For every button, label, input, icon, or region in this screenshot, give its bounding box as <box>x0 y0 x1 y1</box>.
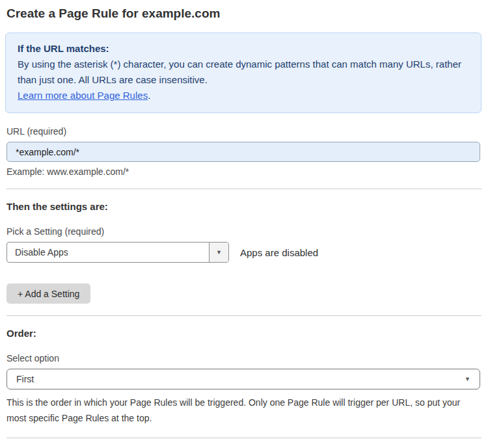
url-match-info-box: If the URL matches: By using the asteris… <box>5 33 481 113</box>
order-helper-text: This is the order in which your Page Rul… <box>7 395 475 426</box>
divider <box>7 189 481 189</box>
setting-picker-label: Pick a Setting (required) <box>7 226 481 237</box>
page-title: Create a Page Rule for example.com <box>7 7 481 21</box>
url-input[interactable] <box>7 142 480 162</box>
setting-status-text: Apps are disabled <box>240 247 318 258</box>
divider <box>7 315 481 316</box>
setting-select-value[interactable]: Disable Apps <box>7 243 209 262</box>
link-suffix: . <box>148 90 150 101</box>
setting-select[interactable]: Disable Apps ▼ <box>7 242 229 263</box>
order-select[interactable]: First ▼ <box>7 369 480 389</box>
info-box-body: By using the asterisk (*) character, you… <box>18 57 469 88</box>
learn-more-link[interactable]: Learn more about Page Rules <box>18 90 148 101</box>
setting-select-caret-button[interactable]: ▼ <box>209 243 228 262</box>
url-example-helper: Example: www.example.com/* <box>7 166 481 177</box>
info-box-link-line: Learn more about Page Rules. <box>18 88 469 103</box>
setting-row: Disable Apps ▼ Apps are disabled <box>7 242 481 263</box>
info-box-heading: If the URL matches: <box>18 41 469 57</box>
url-field-label: URL (required) <box>7 126 481 137</box>
order-select-value[interactable]: First <box>16 374 465 384</box>
settings-section-heading: Then the settings are: <box>7 201 481 212</box>
add-setting-button[interactable]: + Add a Setting <box>7 283 90 304</box>
chevron-down-icon: ▼ <box>216 250 222 256</box>
order-section-heading: Order: <box>7 328 481 339</box>
divider <box>7 438 481 438</box>
order-select-label: Select option <box>7 353 481 363</box>
chevron-down-icon: ▼ <box>465 376 470 382</box>
